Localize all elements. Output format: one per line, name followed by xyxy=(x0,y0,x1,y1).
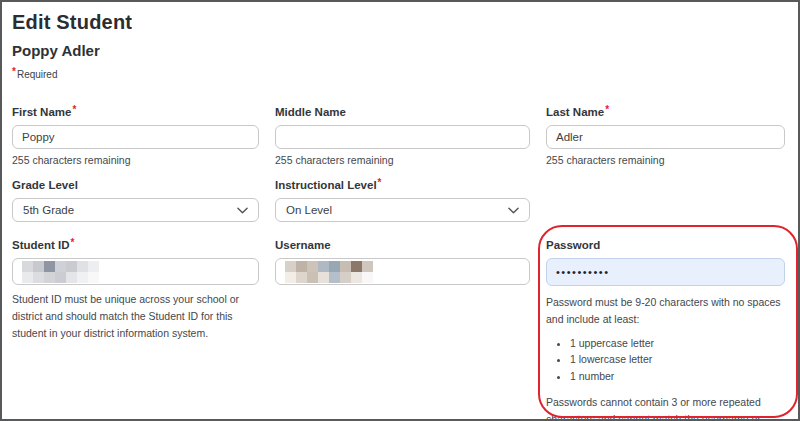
last-name-field: Last Name* 255 characters remaining xyxy=(546,106,785,166)
password-masked-value: •••••••••• xyxy=(556,266,610,278)
empty-cell xyxy=(546,179,785,222)
grade-level-selected-value: 5th Grade xyxy=(23,204,74,216)
password-input[interactable]: •••••••••• xyxy=(546,258,785,286)
password-label-text: Password xyxy=(546,239,600,251)
chevron-down-icon xyxy=(508,207,519,214)
student-name-subtitle: Poppy Adler xyxy=(12,42,785,59)
first-name-label: First Name* xyxy=(12,106,259,118)
username-label: Username xyxy=(275,239,530,251)
instructional-level-selected-value: On Level xyxy=(286,204,332,216)
first-name-helper: 255 characters remaining xyxy=(12,154,259,166)
middle-name-label: Middle Name xyxy=(275,106,530,118)
first-name-field: First Name* 255 characters remaining xyxy=(12,106,259,166)
required-note-label: Required xyxy=(17,69,58,80)
username-field: Username xyxy=(275,239,530,421)
student-id-helper: Student ID must be unique across your sc… xyxy=(12,291,259,342)
required-asterisk: * xyxy=(12,66,16,77)
name-fields-row: First Name* 255 characters remaining Mid… xyxy=(12,106,785,166)
username-input[interactable] xyxy=(275,258,530,285)
last-name-label: Last Name* xyxy=(546,106,785,118)
password-rule-item: 1 uppercase letter xyxy=(570,335,785,351)
student-id-input[interactable] xyxy=(12,258,259,285)
middle-name-helper: 255 characters remaining xyxy=(275,154,530,166)
last-name-input[interactable] xyxy=(546,125,785,149)
password-rules-footer: Passwords cannot contain 3 or more repea… xyxy=(546,394,785,421)
username-label-text: Username xyxy=(275,239,331,251)
instructional-level-label-text: Instructional Level xyxy=(275,179,377,191)
last-name-label-text: Last Name xyxy=(546,106,604,118)
required-note: *Required xyxy=(12,69,785,80)
credentials-row: Student ID* Student ID must be unique ac… xyxy=(12,239,785,421)
page-title: Edit Student xyxy=(12,11,785,34)
first-name-input[interactable] xyxy=(12,125,259,149)
grade-level-label-text: Grade Level xyxy=(12,179,78,191)
middle-name-label-text: Middle Name xyxy=(275,106,346,118)
instructional-level-field: Instructional Level* On Level xyxy=(275,179,530,222)
password-rule-item: 1 number xyxy=(570,368,785,384)
student-id-field: Student ID* Student ID must be unique ac… xyxy=(12,239,259,421)
required-asterisk: * xyxy=(605,104,609,115)
username-redacted-value xyxy=(285,261,529,283)
student-id-redacted-value xyxy=(22,261,258,283)
student-id-label: Student ID* xyxy=(12,239,259,251)
required-asterisk: * xyxy=(72,104,76,115)
instructional-level-select[interactable]: On Level xyxy=(275,198,530,222)
grade-level-field: Grade Level 5th Grade xyxy=(12,179,259,222)
password-footer-line1: Passwords cannot contain 3 or more repea… xyxy=(546,396,761,421)
password-rule-item: 1 lowercase letter xyxy=(570,351,785,367)
password-field: Password •••••••••• Password must be 9-2… xyxy=(546,239,785,421)
password-rules-list: 1 uppercase letter 1 lowercase letter 1 … xyxy=(546,335,785,384)
instructional-level-label: Instructional Level* xyxy=(275,179,530,191)
password-rules-intro: Password must be 9-20 characters with no… xyxy=(546,294,785,328)
middle-name-field: Middle Name 255 characters remaining xyxy=(275,106,530,166)
grade-level-select[interactable]: 5th Grade xyxy=(12,198,259,222)
edit-student-page: Edit Student Poppy Adler *Required First… xyxy=(0,0,800,421)
password-label: Password xyxy=(546,239,785,251)
student-id-label-text: Student ID xyxy=(12,239,70,251)
level-fields-row: Grade Level 5th Grade Instructional Leve… xyxy=(12,179,785,222)
required-asterisk: * xyxy=(71,237,75,248)
last-name-helper: 255 characters remaining xyxy=(546,154,785,166)
first-name-label-text: First Name xyxy=(12,106,71,118)
middle-name-input[interactable] xyxy=(275,125,530,149)
chevron-down-icon xyxy=(237,207,248,214)
grade-level-label: Grade Level xyxy=(12,179,259,191)
required-asterisk: * xyxy=(378,177,382,188)
